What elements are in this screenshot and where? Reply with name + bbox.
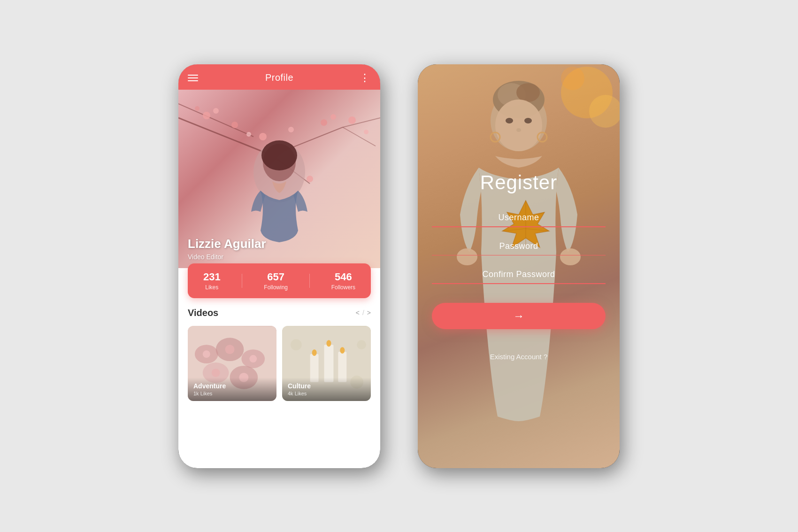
register-phone: Register Username Password Confirm Pas xyxy=(418,64,620,468)
followers-stat: 546 Followers xyxy=(331,271,355,291)
confirm-password-label: Confirm Password xyxy=(482,270,555,279)
video-card-adventure[interactable]: Adventure 1k Likes xyxy=(188,326,276,401)
video-card-culture[interactable]: Culture 4k Likes xyxy=(282,326,371,401)
confirm-password-field: Confirm Password xyxy=(432,270,606,284)
svg-point-10 xyxy=(288,127,294,132)
svg-point-12 xyxy=(348,116,356,124)
profile-title: Profile xyxy=(265,72,293,83)
video-2-title: Culture xyxy=(288,382,365,390)
stat-divider-1 xyxy=(242,274,242,288)
svg-point-8 xyxy=(231,122,238,128)
profile-screen: Profile ⋮ xyxy=(178,64,380,468)
register-content: Register Username Password Confirm Pas xyxy=(418,64,620,468)
likes-label: Likes xyxy=(205,284,218,291)
followers-label: Followers xyxy=(331,284,355,291)
svg-point-27 xyxy=(203,350,210,358)
submit-arrow-icon: → xyxy=(513,309,524,323)
svg-line-0 xyxy=(178,118,272,155)
svg-point-6 xyxy=(203,112,210,119)
video-1-likes: 1k Likes xyxy=(193,391,271,396)
following-stat: 657 Following xyxy=(264,271,288,291)
video-1-overlay: Adventure 1k Likes xyxy=(188,378,276,401)
confirm-password-input-line[interactable] xyxy=(432,283,606,284)
svg-point-41 xyxy=(357,340,366,349)
video-1-title: Adventure xyxy=(193,382,271,390)
profile-hero: Lizzie Aguilar Video Editor xyxy=(178,90,380,268)
username-field: Username xyxy=(432,213,606,227)
more-options-icon[interactable]: ⋮ xyxy=(360,73,371,83)
videos-header: Videos < / > xyxy=(188,308,371,318)
slash-separator: / xyxy=(362,309,364,316)
video-2-overlay: Culture 4k Likes xyxy=(282,378,371,401)
password-input-line[interactable] xyxy=(432,255,606,256)
hamburger-menu-icon[interactable] xyxy=(188,75,198,81)
following-count: 657 xyxy=(267,271,284,283)
svg-point-16 xyxy=(246,132,251,137)
svg-point-39 xyxy=(291,339,302,350)
password-label: Password xyxy=(499,241,538,251)
register-screen: Register Username Password Confirm Pas xyxy=(418,64,620,468)
existing-account-link[interactable]: Existing Account ? xyxy=(432,353,606,361)
svg-point-9 xyxy=(259,133,267,140)
svg-line-5 xyxy=(343,127,376,146)
register-form: Username Password Confirm Password xyxy=(432,213,606,361)
videos-title: Videos xyxy=(188,308,218,318)
svg-point-13 xyxy=(364,130,368,134)
following-label: Following xyxy=(264,284,288,291)
likes-stat: 231 Likes xyxy=(203,271,221,291)
svg-point-7 xyxy=(213,108,219,114)
followers-count: 546 xyxy=(335,271,352,283)
next-arrow-icon[interactable]: > xyxy=(367,309,371,316)
svg-point-17 xyxy=(330,114,336,120)
svg-point-15 xyxy=(195,106,200,111)
svg-point-29 xyxy=(249,355,257,362)
svg-line-4 xyxy=(343,118,380,127)
video-grid: Adventure 1k Likes xyxy=(188,326,371,401)
prev-arrow-icon[interactable]: < xyxy=(356,309,360,316)
nav-arrows[interactable]: < / > xyxy=(356,309,371,316)
videos-section: Videos < / > xyxy=(178,298,380,468)
profile-phone: Profile ⋮ xyxy=(178,64,380,468)
svg-point-37 xyxy=(327,340,331,347)
svg-point-14 xyxy=(307,176,313,182)
stats-bar: 231 Likes 657 Following 546 Followers xyxy=(188,263,371,298)
svg-point-38 xyxy=(340,347,345,354)
stat-divider-2 xyxy=(309,274,310,288)
profile-name: Lizzie Aguilar xyxy=(188,237,266,251)
profile-info: Lizzie Aguilar Video Editor xyxy=(188,237,266,261)
svg-point-30 xyxy=(212,368,220,377)
svg-rect-34 xyxy=(324,345,334,382)
register-submit-button[interactable]: → xyxy=(432,303,606,329)
profile-job-title: Video Editor xyxy=(188,253,266,261)
likes-count: 231 xyxy=(203,271,221,283)
username-label: Username xyxy=(498,213,539,223)
username-input-line[interactable] xyxy=(432,226,606,227)
profile-header: Profile ⋮ xyxy=(178,64,380,90)
password-field: Password xyxy=(432,241,606,256)
svg-point-20 xyxy=(261,140,297,170)
video-2-likes: 4k Likes xyxy=(288,391,365,396)
svg-point-28 xyxy=(225,345,235,354)
svg-point-11 xyxy=(321,119,327,126)
register-title: Register xyxy=(480,171,557,194)
svg-point-36 xyxy=(312,349,317,356)
